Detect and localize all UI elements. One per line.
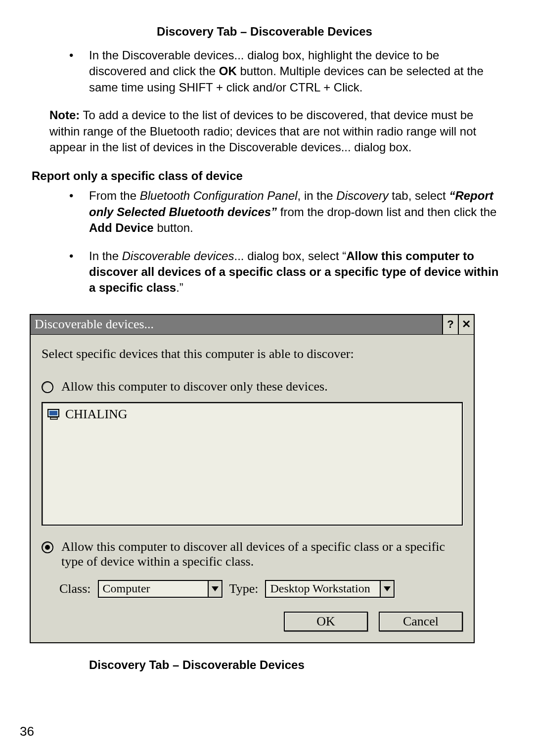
step2-c: ... dialog box, select “: [234, 249, 347, 263]
type-label: Type:: [229, 581, 259, 596]
bullet-dot: •: [69, 248, 89, 296]
step1-bullet: • From the Bluetooth Configuration Panel…: [69, 188, 499, 236]
note-label: Note:: [49, 108, 80, 122]
figure-caption-top: Discovery Tab – Discoverable Devices: [30, 25, 499, 39]
bullet-dot: •: [69, 47, 89, 95]
svg-rect-2: [50, 417, 57, 419]
radio-only-these[interactable]: [42, 381, 53, 393]
radio-only-these-label: Allow this computer to discover only the…: [61, 379, 328, 394]
intro-ok-word: OK: [219, 64, 237, 78]
cancel-button[interactable]: Cancel: [379, 612, 463, 631]
section-heading: Report only a specific class of device: [32, 169, 499, 183]
discoverable-devices-dialog: Discoverable devices... ? ✕ Select speci…: [30, 314, 475, 643]
step1-d: Discovery: [336, 189, 388, 202]
chevron-down-icon[interactable]: [380, 581, 394, 597]
close-button[interactable]: ✕: [458, 315, 474, 334]
step2-a: In the: [89, 249, 122, 263]
note-text: To add a device to the list of devices t…: [49, 108, 476, 154]
step1-h: Add Device: [89, 221, 154, 234]
bullet-dot: •: [69, 188, 89, 236]
help-button[interactable]: ?: [442, 315, 458, 334]
computer-icon: [47, 409, 61, 420]
dialog-titlebar: Discoverable devices... ? ✕: [31, 315, 474, 335]
intro-bullet: • In the Discoverable devices... dialog …: [69, 47, 499, 95]
page-number: 36: [20, 724, 34, 739]
chevron-down-icon[interactable]: [208, 581, 222, 597]
figure-caption-bottom: Discovery Tab – Discoverable Devices: [89, 658, 499, 672]
step1-b: Bluetooth Configuration Panel: [140, 189, 298, 202]
device-listbox[interactable]: CHIALING: [42, 402, 463, 526]
step1-g: from the drop-down list and then click t…: [277, 205, 496, 219]
type-combobox[interactable]: Desktop Workstation: [265, 580, 395, 598]
ok-button[interactable]: OK: [284, 612, 368, 631]
radio-specific-class-label: Allow this computer to discover all devi…: [61, 539, 463, 569]
step2-b: Discoverable devices: [122, 249, 234, 263]
step2-e: .”: [176, 281, 183, 294]
step1-e: tab, select: [389, 189, 449, 202]
step1-a: From the: [89, 189, 140, 202]
radio-specific-class[interactable]: [42, 541, 53, 553]
device-name: CHIALING: [65, 407, 128, 422]
class-label: Class:: [59, 581, 91, 596]
step1-c: , in the: [298, 189, 337, 202]
class-value: Computer: [99, 581, 208, 597]
type-value: Desktop Workstation: [266, 581, 380, 597]
radio-specific-class-row[interactable]: Allow this computer to discover all devi…: [42, 539, 463, 569]
radio-only-these-row[interactable]: Allow this computer to discover only the…: [42, 379, 463, 394]
dialog-prompt: Select specific devices that this comput…: [42, 347, 463, 361]
step2-bullet: • In the Discoverable devices... dialog …: [69, 248, 499, 296]
svg-rect-1: [49, 411, 57, 415]
class-combobox[interactable]: Computer: [98, 580, 222, 598]
dialog-title: Discoverable devices...: [31, 315, 442, 334]
list-item[interactable]: CHIALING: [47, 407, 457, 422]
note-paragraph: Note: To add a device to the list of dev…: [49, 107, 499, 155]
step1-i: button.: [154, 221, 193, 234]
